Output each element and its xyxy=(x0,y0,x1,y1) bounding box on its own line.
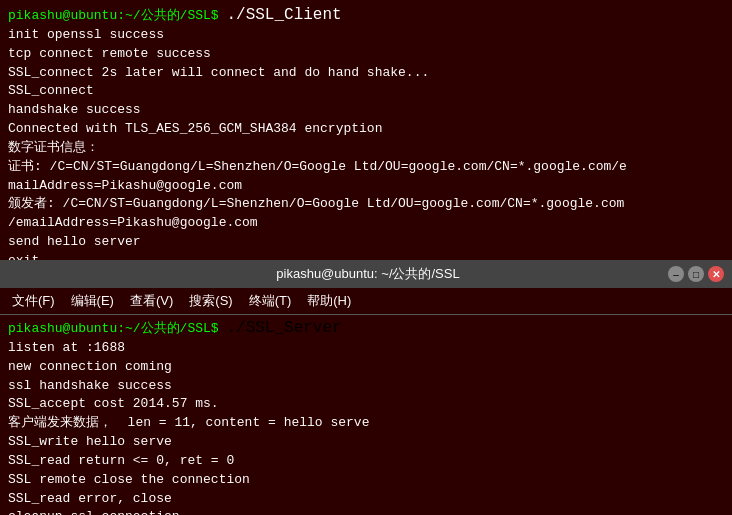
menu-item[interactable]: 查看(V) xyxy=(122,290,181,312)
terminal-line: ssl handshake success xyxy=(8,377,724,396)
prompt-text: pikashu@ubuntu:~/公共的/SSL$ xyxy=(8,321,226,336)
window-controls: – □ ✕ xyxy=(668,266,724,282)
terminal-line: tcp connect remote success xyxy=(8,45,724,64)
terminal-line: mailAddress=Pikashu@google.com xyxy=(8,177,724,196)
terminal-line: 颁发者: /C=CN/ST=Guangdong/L=Shenzhen/O=Goo… xyxy=(8,195,724,214)
terminal-line: exit ... xyxy=(8,252,724,260)
close-button[interactable]: ✕ xyxy=(708,266,724,282)
minimize-button[interactable]: – xyxy=(668,266,684,282)
terminal-line: pikashu@ubuntu:~/公共的/SSL$ ./SSL_Client xyxy=(8,6,724,26)
terminal-line: init openssl success xyxy=(8,26,724,45)
terminal-line: send hello server xyxy=(8,233,724,252)
terminal-window: pikashu@ubuntu: ~/公共的/SSL – □ ✕ 文件(F)编辑(… xyxy=(0,260,732,315)
terminal-line: cleanup ssl connection xyxy=(8,508,724,515)
terminal-line: 数字证书信息： xyxy=(8,139,724,158)
terminal-line: /emailAddress=Pikashu@google.com xyxy=(8,214,724,233)
maximize-button[interactable]: □ xyxy=(688,266,704,282)
terminal-line: SSL_write hello serve xyxy=(8,433,724,452)
terminal-line: new connection coming xyxy=(8,358,724,377)
terminal-line: SSL_connect 2s later will connect and do… xyxy=(8,64,724,83)
terminal-line: Connected with TLS_AES_256_GCM_SHA384 en… xyxy=(8,120,724,139)
command-text: ./SSL_Client xyxy=(226,6,341,24)
terminal-top: pikashu@ubuntu:~/公共的/SSL$ ./SSL_Clientin… xyxy=(0,0,732,260)
menu-item[interactable]: 终端(T) xyxy=(241,290,300,312)
window-menubar: 文件(F)编辑(E)查看(V)搜索(S)终端(T)帮助(H) xyxy=(0,288,732,315)
terminal-line: listen at :1688 xyxy=(8,339,724,358)
terminal-line: SSL_read return <= 0, ret = 0 xyxy=(8,452,724,471)
command-text: ./SSL_Server xyxy=(226,319,341,337)
terminal-bottom: pikashu@ubuntu:~/公共的/SSL$ ./SSL_Serverli… xyxy=(0,315,732,515)
terminal-line: SSL remote close the connection xyxy=(8,471,724,490)
prompt-text: pikashu@ubuntu:~/公共的/SSL$ xyxy=(8,8,226,23)
terminal-line: pikashu@ubuntu:~/公共的/SSL$ ./SSL_Server xyxy=(8,319,724,339)
terminal-line: handshake success xyxy=(8,101,724,120)
window-title: pikashu@ubuntu: ~/公共的/SSL xyxy=(68,265,668,283)
menu-item[interactable]: 编辑(E) xyxy=(63,290,122,312)
terminal-line: SSL_connect xyxy=(8,82,724,101)
terminal-line: 证书: /C=CN/ST=Guangdong/L=Shenzhen/O=Goog… xyxy=(8,158,724,177)
menu-item[interactable]: 搜索(S) xyxy=(181,290,240,312)
terminal-line: SSL_accept cost 2014.57 ms. xyxy=(8,395,724,414)
menu-item[interactable]: 文件(F) xyxy=(4,290,63,312)
window-titlebar: pikashu@ubuntu: ~/公共的/SSL – □ ✕ xyxy=(0,260,732,288)
terminal-line: SSL_read error, close xyxy=(8,490,724,509)
menu-item[interactable]: 帮助(H) xyxy=(299,290,359,312)
terminal-line: 客户端发来数据， len = 11, content = hello serve xyxy=(8,414,724,433)
